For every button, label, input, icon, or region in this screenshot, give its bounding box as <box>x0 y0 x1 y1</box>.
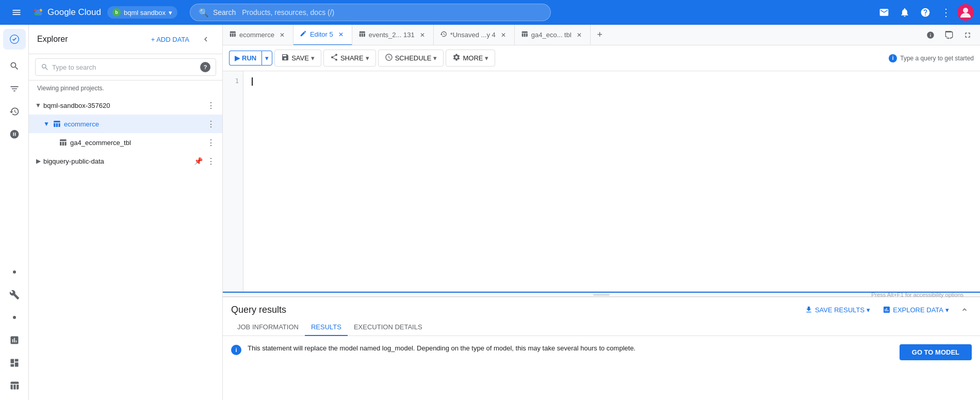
tree-arrow-ecommerce[interactable]: ▼ <box>41 119 52 129</box>
tab-ga4eco[interactable]: ga4_eco... tbl ✕ <box>515 25 591 45</box>
explorer-header-actions: + ADD DATA <box>147 31 214 47</box>
explore-data-button[interactable]: EXPLORE DATA ▾ <box>878 303 953 316</box>
tree-more-ecommerce[interactable]: ⋮ <box>204 117 218 131</box>
project-selector[interactable]: b bqml sandbox ▾ <box>107 6 177 19</box>
notifications-button[interactable] <box>875 3 893 22</box>
tree-label-bqml: bqml-sandbox-357620 <box>43 102 204 109</box>
tab-unsaved-close[interactable]: ✕ <box>499 30 508 40</box>
svg-point-1 <box>963 8 968 13</box>
run-button[interactable]: ▶ RUN <box>229 51 262 66</box>
code-editor[interactable]: 1 <box>223 71 980 293</box>
search-input[interactable] <box>242 8 542 17</box>
tree-item-ga4[interactable]: ga4_ecommerce_tbl ⋮ <box>29 133 222 152</box>
user-avatar[interactable] <box>957 4 974 21</box>
explorer-search-input[interactable] <box>52 63 197 71</box>
add-data-button[interactable]: + ADD DATA <box>147 33 193 46</box>
tab-job-information[interactable]: JOB INFORMATION <box>231 319 305 336</box>
collapse-sidebar-button[interactable] <box>198 31 214 47</box>
tab-results[interactable]: RESULTS <box>305 319 348 336</box>
tree-more-ga4[interactable]: ⋮ <box>204 135 218 150</box>
explorer-search-wrapper: ? <box>29 54 222 81</box>
nav-item-analytics[interactable] <box>4 330 25 350</box>
tab-editor5[interactable]: Editor 5 ✕ <box>293 25 352 45</box>
tree-label-ga4: ga4_ecommerce_tbl <box>70 139 204 147</box>
code-content[interactable] <box>243 71 980 292</box>
more-options-button[interactable]: ⋮ <box>937 3 955 22</box>
svg-point-3 <box>13 270 16 274</box>
nav-item-dashboard[interactable] <box>4 353 25 373</box>
go-to-model-label: GO TO MODEL <box>912 348 959 356</box>
tree-arrow-bigquery[interactable]: ▶ <box>33 156 43 166</box>
more-settings-icon <box>452 53 461 63</box>
run-play-icon: ▶ <box>235 54 240 62</box>
add-tab-button[interactable]: + <box>591 25 609 45</box>
tab-unsaved[interactable]: *Unsaved ...y 4 ✕ <box>434 25 515 45</box>
help-button[interactable] <box>916 3 935 22</box>
tree-item-bqml-sandbox[interactable]: ▼ bqml-sandbox-357620 ⋮ <box>29 96 222 115</box>
pinned-info: Viewing pinned projects. <box>29 83 222 96</box>
svg-point-4 <box>13 316 16 319</box>
tab-fullscreen-button[interactable] <box>959 27 976 43</box>
tab-ga4eco-close[interactable]: ✕ <box>575 30 584 40</box>
results-info-icon: i <box>231 345 241 355</box>
results-actions: SAVE RESULTS ▾ EXPLORE DATA ▾ <box>801 302 972 317</box>
explorer-title: Explorer <box>37 35 68 44</box>
tab-info-button[interactable] <box>922 27 939 43</box>
schedule-dropdown-icon: ▾ <box>433 54 437 62</box>
tab-execution-details[interactable]: EXECUTION DETAILS <box>348 319 429 336</box>
tree-item-ecommerce[interactable]: ▼ ecommerce ⋮ <box>29 115 222 133</box>
main-layout: Explorer + ADD DATA ? Viewing pinned pro… <box>0 25 980 400</box>
tree-pin-bigquery[interactable]: 📌 <box>192 155 204 167</box>
save-dropdown-icon: ▾ <box>311 54 315 62</box>
save-results-button[interactable]: SAVE RESULTS ▾ <box>801 303 874 316</box>
alerts-button[interactable] <box>895 3 914 22</box>
global-search-bar[interactable]: 🔍 Search <box>190 4 551 21</box>
save-button-group[interactable]: SAVE ▾ <box>274 50 321 67</box>
tab-unsaved-label: *Unsaved ...y 4 <box>450 31 496 39</box>
tab-bar: ecommerce ✕ Editor 5 ✕ events_2... 131 ✕ <box>223 25 980 45</box>
nav-item-explore[interactable] <box>4 124 25 145</box>
search-help-icon[interactable]: ? <box>200 62 210 72</box>
tab-events2-label: events_2... 131 <box>369 31 415 39</box>
tab-split-button[interactable] <box>941 27 957 43</box>
tree-more-bigquery[interactable]: ⋮ <box>204 154 218 168</box>
nav-item-dot1[interactable] <box>4 262 25 282</box>
save-icon <box>281 53 289 63</box>
results-content: i This statement will replace the model … <box>223 336 980 369</box>
schedule-button[interactable]: SCHEDULE ▾ <box>378 50 444 67</box>
tab-editor5-close[interactable]: ✕ <box>336 30 346 39</box>
more-button[interactable]: MORE ▾ <box>446 50 495 67</box>
nav-item-filter[interactable] <box>4 78 25 99</box>
nav-item-wrench[interactable] <box>4 284 25 305</box>
logo-text: Google Cloud <box>47 7 101 18</box>
explore-data-dropdown: ▾ <box>945 306 949 314</box>
google-cloud-logo[interactable]: Google Cloud <box>31 7 101 18</box>
tab-ga4eco-label: ga4_eco... tbl <box>531 31 571 39</box>
nav-item-bigquery[interactable] <box>3 29 26 50</box>
tab-events2[interactable]: events_2... 131 ✕ <box>352 25 434 45</box>
search-icon: 🔍 <box>199 8 209 18</box>
tree-arrow-bqml[interactable]: ▼ <box>33 100 43 110</box>
tab-events2-close[interactable]: ✕ <box>418 30 427 40</box>
share-button[interactable]: SHARE ▾ <box>323 50 376 67</box>
collapse-results-button[interactable] <box>957 302 972 317</box>
nav-item-table[interactable] <box>4 375 25 396</box>
run-dropdown-button[interactable]: ▾ <box>262 51 272 66</box>
schedule-label: SCHEDULE <box>395 54 432 62</box>
menu-button[interactable] <box>6 5 27 20</box>
tab-ecommerce[interactable]: ecommerce ✕ <box>223 25 293 45</box>
nav-item-dot2[interactable] <box>4 307 25 328</box>
tree-item-bigquery-public[interactable]: ▶ bigquery-public-data 📌 ⋮ <box>29 152 222 170</box>
resize-handle[interactable]: Press Alt+F1 for accessibility options <box>223 293 980 297</box>
explore-data-label: EXPLORE DATA <box>893 306 943 314</box>
explorer-search-box[interactable]: ? <box>35 58 216 76</box>
tree-more-bqml[interactable]: ⋮ <box>204 98 218 113</box>
tab-ecommerce-close[interactable]: ✕ <box>277 30 287 40</box>
go-to-model-button[interactable]: GO TO MODEL <box>900 344 972 360</box>
tree-view: Viewing pinned projects. ▼ bqml-sandbox-… <box>29 81 222 400</box>
tree-label-bigquery: bigquery-public-data <box>43 157 192 165</box>
nav-item-search[interactable] <box>4 56 25 76</box>
results-tabs: JOB INFORMATION RESULTS EXECUTION DETAIL… <box>223 319 980 336</box>
nav-item-history[interactable] <box>4 101 25 122</box>
more-dropdown-icon: ▾ <box>485 54 488 62</box>
